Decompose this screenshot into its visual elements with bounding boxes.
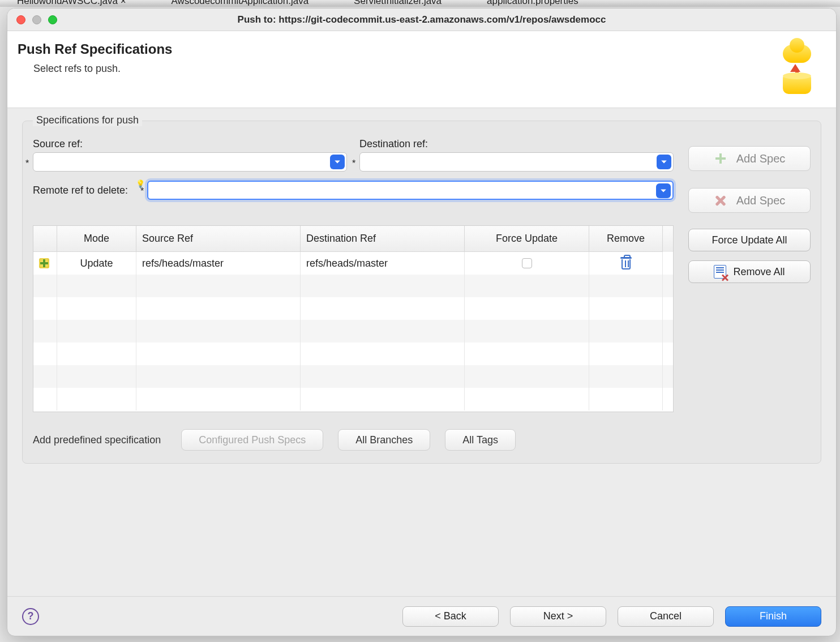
table-row-empty — [33, 320, 673, 343]
all-tags-button[interactable]: All Tags — [445, 429, 516, 451]
predefined-row: Add predefined specification Configured … — [33, 429, 811, 451]
x-icon — [715, 195, 726, 206]
configured-push-specs-button[interactable]: Configured Push Specs — [181, 429, 323, 451]
window-title: Push to: https://git-codecommit.us-east-… — [7, 14, 836, 25]
remove-all-button[interactable]: Remove All — [688, 260, 811, 283]
force-update-all-label: Force Update All — [712, 234, 787, 246]
required-asterisk: * — [352, 159, 355, 169]
cancel-button[interactable]: Cancel — [618, 606, 714, 627]
group-legend: Specifications for push — [33, 114, 142, 126]
table-body: Update refs/heads/master refs/heads/mast… — [33, 252, 673, 410]
col-force: Force Update — [465, 226, 589, 252]
force-update-checkbox[interactable] — [522, 258, 532, 268]
push-dialog: Push to: https://git-codecommit.us-east-… — [7, 8, 837, 636]
col-mode: Mode — [57, 226, 136, 252]
destination-ref-combo[interactable]: * — [359, 152, 674, 172]
cell-mode: Update — [57, 252, 136, 275]
help-icon[interactable]: ? — [22, 608, 39, 625]
page-subtitle: Select refs to push. — [18, 63, 172, 75]
dialog-footer: ? < Back Next > Cancel Finish — [7, 596, 836, 636]
chevron-down-icon[interactable] — [330, 155, 345, 169]
table-row-empty — [33, 297, 673, 320]
add-mode-icon — [39, 258, 49, 268]
predefined-label: Add predefined specification — [33, 434, 161, 446]
source-ref-field: Source ref: * — [33, 138, 347, 172]
table-row[interactable]: Update refs/heads/master refs/heads/mast… — [33, 252, 673, 275]
force-update-all-button[interactable]: Force Update All — [688, 229, 811, 251]
table-row-empty — [33, 388, 673, 410]
remove-all-label: Remove All — [733, 266, 785, 278]
finish-button[interactable]: Finish — [725, 606, 821, 627]
table-row-empty — [33, 343, 673, 365]
specifications-group: Specifications for push Source ref: * De… — [22, 121, 821, 464]
titlebar: Push to: https://git-codecommit.us-east-… — [7, 8, 836, 31]
push-cloud-icon — [777, 41, 822, 95]
required-asterisk: * — [140, 186, 144, 196]
next-button[interactable]: Next > — [510, 606, 606, 627]
cell-dest: refs/heads/master — [301, 252, 465, 275]
source-ref-label: Source ref: — [33, 138, 347, 150]
table-header-row: Mode Source Ref Destination Ref Force Up… — [33, 226, 673, 252]
remote-delete-label: Remote ref to delete: — [33, 185, 128, 196]
chevron-down-icon[interactable] — [657, 155, 671, 169]
required-asterisk: * — [25, 159, 29, 169]
col-remove: Remove — [589, 226, 663, 252]
add-spec-button-bottom[interactable]: Add Spec — [688, 188, 811, 213]
source-ref-combo[interactable]: * — [33, 152, 347, 172]
back-button[interactable]: < Back — [402, 606, 499, 627]
table-row-empty — [33, 275, 673, 297]
destination-ref-field: Destination ref: * — [359, 138, 674, 172]
chevron-down-icon[interactable] — [656, 183, 671, 198]
dialog-content: Specifications for push Source ref: * De… — [7, 108, 836, 596]
table-row-empty — [33, 365, 673, 388]
col-dest: Destination Ref — [301, 226, 465, 252]
trash-icon[interactable] — [620, 257, 632, 269]
remove-all-icon — [714, 265, 726, 279]
add-spec-button-top[interactable]: Add Spec — [688, 146, 811, 171]
col-source: Source Ref — [136, 226, 301, 252]
remote-delete-combo[interactable]: * — [147, 181, 674, 200]
add-spec-label: Add Spec — [736, 152, 786, 165]
cell-source: refs/heads/master — [136, 252, 301, 275]
refspec-table: Mode Source Ref Destination Ref Force Up… — [33, 225, 674, 412]
destination-ref-label: Destination ref: — [359, 138, 674, 150]
background-editor-tabs: HelloworldAWSCC.java ×AwscodecommitAppli… — [0, 0, 840, 7]
all-branches-button[interactable]: All Branches — [338, 429, 430, 451]
plus-icon — [715, 153, 726, 164]
add-spec-label: Add Spec — [736, 194, 786, 207]
page-title: Push Ref Specifications — [18, 41, 172, 57]
dialog-header: Push Ref Specifications Select refs to p… — [7, 31, 836, 108]
